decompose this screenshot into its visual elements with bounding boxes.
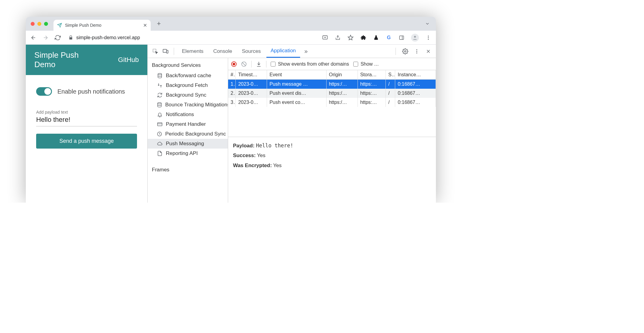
svg-point-3 <box>428 36 429 36</box>
share-icon[interactable] <box>334 34 341 41</box>
arrows-icon <box>157 83 163 88</box>
detail-success-label: Success: <box>233 153 256 158</box>
devtools-right-pane: Show events from other domains Show … <box>228 58 436 203</box>
show-other-domains-checkbox[interactable]: Show events from other domains <box>271 61 349 67</box>
sidebar-item[interactable]: Back/forward cache <box>148 71 228 81</box>
page-title: Simple Push Demo <box>34 50 89 69</box>
tab-console[interactable]: Console <box>209 45 236 58</box>
show-truncated-checkbox[interactable]: Show … <box>353 61 379 67</box>
download-icon[interactable] <box>256 61 262 67</box>
sidebar-item[interactable]: Periodic Background Sync <box>148 129 228 139</box>
github-link[interactable]: GitHub <box>118 56 139 64</box>
table-header-cell[interactable]: S.. <box>386 70 395 80</box>
browser-tab[interactable]: Simple Push Demo ✕ <box>53 20 151 31</box>
send-push-button[interactable]: Send a push message <box>36 134 137 149</box>
checkbox-input[interactable] <box>271 62 276 67</box>
close-tab-icon[interactable]: ✕ <box>143 22 147 28</box>
table-row[interactable]: 3.2023-0…Push event co…https:/…https:…/0… <box>228 98 436 107</box>
svg-point-11 <box>416 51 417 52</box>
side-panel-icon[interactable] <box>398 34 405 41</box>
payload-input[interactable] <box>36 115 137 124</box>
tab-application[interactable]: Application <box>266 45 300 58</box>
settings-gear-icon[interactable] <box>401 48 410 54</box>
svg-point-10 <box>416 49 417 50</box>
table-header-cell[interactable]: Origin <box>326 70 358 80</box>
toggle-label: Enable push notifications <box>57 88 125 95</box>
close-window-button[interactable] <box>31 22 35 26</box>
devtools-sidebar: Background Services Back/forward cacheBa… <box>148 58 228 203</box>
table-cell: https:… <box>358 89 386 98</box>
table-cell: / <box>386 89 395 98</box>
table-header-cell[interactable]: Stora… <box>358 70 386 80</box>
paper-plane-icon <box>57 23 62 28</box>
record-button[interactable] <box>231 61 237 67</box>
browser-toolbar: simple-push-demo.vercel.app G <box>26 31 436 45</box>
sidebar-item[interactable]: Bounce Tracking Mitigations <box>148 100 228 110</box>
table-cell: 0:16867… <box>395 89 436 98</box>
table-header-cell[interactable]: # <box>228 70 236 80</box>
database-icon <box>157 102 162 108</box>
back-button[interactable] <box>30 34 37 41</box>
table-row[interactable]: 2.2023-0…Push event dis…https:/…https:…/… <box>228 89 436 98</box>
tabs-overflow-icon[interactable]: » <box>301 48 311 55</box>
sidebar-item[interactable]: Notifications <box>148 110 228 119</box>
sync-icon <box>157 92 163 98</box>
star-icon[interactable] <box>347 34 354 41</box>
window-controls <box>31 22 48 26</box>
lock-icon <box>68 35 73 40</box>
device-toggle-icon[interactable] <box>161 48 170 54</box>
sidebar-item[interactable]: Background Fetch <box>148 81 228 90</box>
table-cell: https:/… <box>326 89 358 98</box>
devtools-kebab-icon[interactable] <box>412 49 421 54</box>
profile-avatar[interactable] <box>411 34 419 42</box>
sidebar-group-frames: Frames <box>148 164 228 175</box>
checkbox-label: Show … <box>361 61 379 67</box>
sidebar-item-label: Periodic Background Sync <box>165 131 226 137</box>
tab-title: Simple Push Demo <box>65 23 101 28</box>
events-table[interactable]: #Timest…EventOriginStora…S..Instance… 1.… <box>228 70 436 137</box>
page-body: Enable push notifications Add payload te… <box>26 75 147 149</box>
payload-field[interactable]: Add payload text <box>36 108 137 126</box>
devtools-close-icon[interactable] <box>424 49 433 54</box>
main-split: Simple Push Demo GitHub Enable push noti… <box>26 45 436 203</box>
sidebar-item[interactable]: Background Sync <box>148 90 228 100</box>
forward-button[interactable] <box>42 34 49 41</box>
table-cell: https:… <box>358 80 386 89</box>
detail-payload-label: Payload: <box>233 143 255 149</box>
devtools: Elements Console Sources Application » <box>147 45 436 203</box>
minimize-window-button[interactable] <box>37 22 41 26</box>
cloud-icon <box>157 141 163 146</box>
checkbox-input[interactable] <box>353 62 358 67</box>
table-cell: https:… <box>358 98 386 107</box>
table-header-cell[interactable]: Timest… <box>236 70 267 80</box>
sidebar-item[interactable]: Push Messaging <box>148 139 228 149</box>
table-row[interactable]: 1.2023-0…Push message …https:/…https:…/0… <box>228 80 436 89</box>
reload-button[interactable] <box>54 34 61 41</box>
push-toggle[interactable] <box>36 87 52 96</box>
table-cell: / <box>386 98 395 107</box>
menu-kebab-icon[interactable] <box>425 34 432 41</box>
detail-payload-value: Hello there! <box>256 142 293 149</box>
clear-icon[interactable] <box>241 61 247 67</box>
detail-encrypted-value: Yes <box>273 163 282 168</box>
tab-sources[interactable]: Sources <box>238 45 265 58</box>
sidebar-item[interactable]: Payment Handler <box>148 119 228 129</box>
chevron-down-icon[interactable] <box>425 21 430 26</box>
svg-point-2 <box>414 36 416 38</box>
address-bar[interactable]: simple-push-demo.vercel.app <box>67 35 316 40</box>
inspect-icon[interactable] <box>151 48 160 54</box>
clock-icon <box>157 131 162 137</box>
maximize-window-button[interactable] <box>44 22 48 26</box>
google-icon[interactable]: G <box>385 34 392 41</box>
new-tab-button[interactable]: + <box>154 20 163 28</box>
labs-icon[interactable] <box>373 34 379 41</box>
event-detail: Payload: Hello there! Success: Yes Was E… <box>228 137 436 174</box>
install-icon[interactable] <box>322 34 328 41</box>
table-header-cell[interactable]: Event <box>267 70 327 80</box>
extensions-icon[interactable] <box>360 34 367 41</box>
table-header-cell[interactable]: Instance… <box>395 70 436 80</box>
tab-elements[interactable]: Elements <box>178 45 208 58</box>
tab-strip: Simple Push Demo ✕ + <box>26 17 436 31</box>
sidebar-item[interactable]: Reporting API <box>148 149 228 158</box>
card-icon <box>157 122 163 127</box>
